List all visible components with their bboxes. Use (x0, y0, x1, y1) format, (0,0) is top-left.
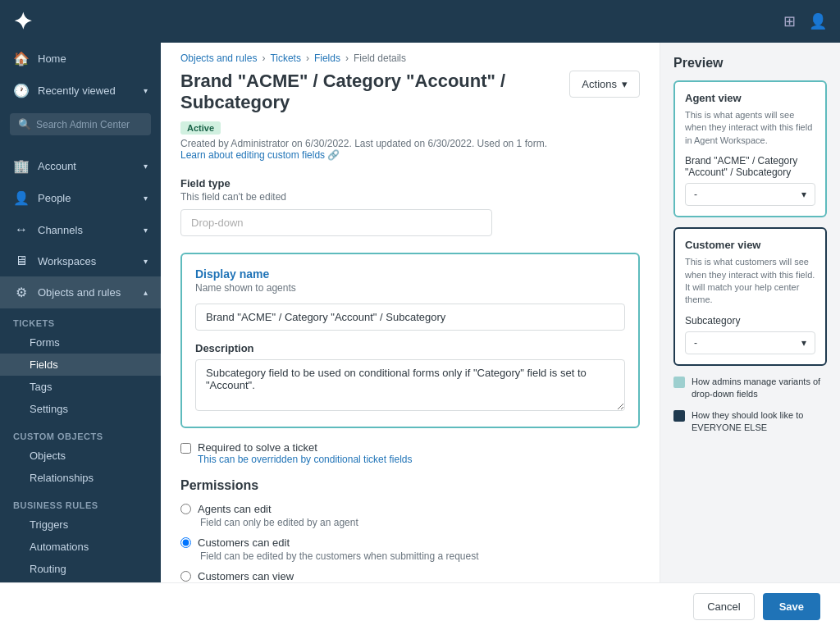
sidebar-home-label: Home (38, 52, 66, 65)
radio-option-customers-edit: Customers can edit Field can be edited b… (180, 536, 640, 562)
breadcrumb-sep-1: › (262, 52, 265, 64)
required-checkbox-labels: Required to solve a ticket This can be o… (198, 441, 412, 465)
breadcrumb-fields[interactable]: Fields (314, 52, 340, 64)
cancel-button[interactable]: Cancel (693, 593, 754, 620)
sidebar-sub-item-triggers[interactable]: Triggers (0, 514, 161, 536)
sidebar-item-objects-rules[interactable]: ⚙ Objects and rules ▴ (0, 276, 161, 308)
breadcrumb-objects-rules[interactable]: Objects and rules (180, 52, 257, 64)
agent-view-field-label: Brand "ACME" / Category "Account" / Subc… (685, 155, 815, 178)
business-rules-section: Business rules Triggers Automations Rout… (0, 491, 161, 582)
chevron-people-icon: ▾ (144, 194, 148, 203)
tickets-section-header: Tickets (0, 313, 161, 331)
sidebar-item-people[interactable]: 👤 People ▾ (0, 182, 161, 214)
sidebar-sub-item-tags[interactable]: Tags (0, 376, 161, 398)
breadcrumb-tickets[interactable]: Tickets (270, 52, 301, 64)
description-textarea[interactable]: Subcategory field to be used on conditio… (195, 359, 625, 411)
search-icon: 🔍 (18, 118, 31, 130)
agent-view-dropdown[interactable]: - ▾ (685, 183, 815, 206)
chevron-channels-icon: ▾ (144, 226, 148, 235)
legend-color-light (673, 377, 685, 388)
customer-view-title: Customer view (685, 239, 815, 251)
radio-customers-edit-desc: Field can be edited by the customers whe… (200, 550, 640, 562)
legend-text-0: How admins manage variants of drop-down … (692, 376, 827, 401)
sidebar-sub-item-routing[interactable]: Routing (0, 558, 161, 580)
business-rules-header: Business rules (0, 495, 161, 514)
agent-view-title: Agent view (685, 92, 815, 104)
page-title-text: Brand "ACME" / Category "Account" / Subc… (180, 71, 569, 113)
legend-item-0: How admins manage variants of drop-down … (673, 376, 827, 401)
customer-view-card: Customer view This is what customers wil… (673, 227, 827, 366)
required-checkbox[interactable] (180, 443, 191, 454)
home-icon: 🏠 (13, 51, 30, 66)
field-type-section: Field type This field can't be edited (180, 177, 640, 236)
save-button[interactable]: Save (763, 593, 820, 620)
radio-option-customers-view: Customers can view Field value is visibl… (180, 570, 640, 582)
sidebar-objects-rules-label: Objects and rules (38, 286, 121, 299)
sidebar-item-workspaces[interactable]: 🖥 Workspaces ▾ (0, 245, 161, 276)
field-type-input (180, 209, 492, 236)
customer-view-dropdown-value: - (694, 337, 697, 349)
people-icon: 👤 (13, 190, 30, 206)
sidebar-workspaces-label: Workspaces (38, 255, 96, 267)
custom-objects-section: Custom objects Objects Relationships (0, 422, 161, 491)
sidebar-sub-item-settings[interactable]: Settings (0, 398, 161, 420)
agent-view-dropdown-value: - (694, 189, 697, 200)
footer-bar: Cancel Save (0, 582, 840, 630)
radio-row-customers-view: Customers can view (180, 570, 640, 582)
sidebar-sub-item-forms[interactable]: Forms (0, 331, 161, 354)
radio-customers-view-label: Customers can view (198, 570, 294, 582)
breadcrumb-sep-3: › (345, 52, 349, 64)
display-name-input[interactable] (195, 304, 625, 331)
top-bar: ✦ ⊞ 👤 (0, 0, 840, 43)
legend-color-dark (673, 410, 685, 422)
required-checkbox-label: Required to solve a ticket (198, 441, 412, 454)
page-meta-text: Created by Administrator on 6/30/2022. L… (180, 138, 547, 149)
sidebar-channels-label: Channels (38, 224, 83, 236)
sidebar-sub-item-fields[interactable]: Fields (0, 354, 161, 376)
description-section: Description Subcategory field to be used… (195, 342, 625, 413)
page-title: Brand "ACME" / Category "Account" / Subc… (180, 71, 569, 135)
chevron-workspaces-icon: ▾ (144, 257, 148, 266)
agent-view-card: Agent view This is what agents will see … (673, 80, 827, 217)
user-icon[interactable]: 👤 (809, 12, 827, 30)
legend-item-1: How they should look like to EVERYONE EL… (673, 409, 827, 435)
sidebar: 🏠 Home 🕐 Recently viewed ▾ 🔍 🏢 Account ▾… (0, 43, 161, 582)
page-title-area: Brand "ACME" / Category "Account" / Subc… (180, 71, 569, 161)
top-bar-actions: ⊞ 👤 (783, 12, 827, 30)
search-input[interactable] (36, 119, 143, 130)
chevron-objects-rules-icon: ▴ (144, 288, 148, 297)
radio-customers-edit[interactable] (180, 537, 191, 548)
objects-rules-icon: ⚙ (13, 285, 30, 300)
sidebar-item-account[interactable]: 🏢 Account ▾ (0, 150, 161, 182)
clock-icon: 🕐 (13, 83, 30, 98)
radio-agents-edit-desc: Field can only be edited by an agent (200, 517, 640, 528)
required-checkbox-row: Required to solve a ticket This can be o… (180, 441, 640, 465)
sidebar-sub-item-automations[interactable]: Automations (0, 536, 161, 558)
radio-customers-edit-label: Customers can edit (198, 536, 290, 549)
grid-icon[interactable]: ⊞ (783, 12, 796, 30)
sidebar-sub-item-objects[interactable]: Objects (0, 445, 161, 467)
chevron-account-icon: ▾ (144, 162, 148, 171)
radio-option-agents-edit: Agents can edit Field can only be edited… (180, 503, 640, 528)
sidebar-item-home[interactable]: 🏠 Home (0, 43, 161, 75)
learn-link[interactable]: Learn about editing custom fields (180, 149, 325, 161)
required-checkbox-hint: This can be overridden by conditional ti… (198, 454, 412, 465)
sidebar-item-recently-viewed[interactable]: 🕐 Recently viewed ▾ (0, 75, 161, 107)
main-layout: 🏠 Home 🕐 Recently viewed ▾ 🔍 🏢 Account ▾… (0, 43, 840, 582)
customer-view-dropdown[interactable]: - ▾ (685, 331, 815, 354)
sidebar-item-channels[interactable]: ↔ Channels ▾ (0, 214, 161, 245)
agent-view-desc: This is what agents will see when they i… (685, 109, 815, 147)
breadcrumb-sep-2: › (306, 52, 309, 64)
breadcrumb-field-details: Field details (354, 52, 406, 64)
channels-icon: ↔ (13, 222, 30, 237)
radio-row-agents-edit: Agents can edit (180, 503, 640, 515)
chevron-customer-dropdown-icon: ▾ (801, 337, 806, 349)
account-icon: 🏢 (13, 158, 30, 174)
actions-button[interactable]: Actions ▾ (569, 71, 640, 98)
radio-customers-view[interactable] (180, 571, 191, 582)
status-badge: Active (180, 121, 221, 135)
sidebar-sub-item-relationships[interactable]: Relationships (0, 467, 161, 489)
legend-text-1: How they should look like to EVERYONE EL… (692, 409, 827, 435)
radio-agents-edit[interactable] (180, 504, 191, 514)
legend-items: How admins manage variants of drop-down … (673, 376, 827, 435)
